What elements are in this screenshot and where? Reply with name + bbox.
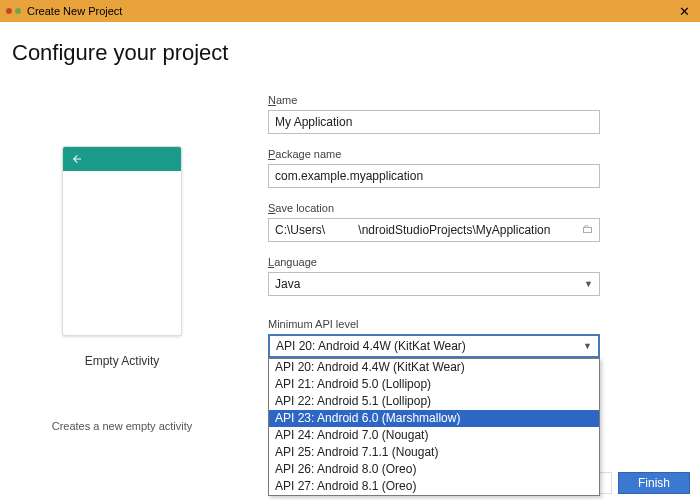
titlebar: Create New Project ✕ [0,0,700,22]
api-dropdown[interactable]: API 20: Android 4.4W (KitKat Wear)API 21… [268,358,600,496]
control-dot [6,8,12,14]
api-option[interactable]: API 21: Android 5.0 (Lollipop) [269,376,599,393]
api-value: API 20: Android 4.4W (KitKat Wear) [276,339,466,353]
finish-button[interactable]: Finish [618,472,690,494]
api-label: Minimum API level [268,318,674,330]
template-description: Creates a new empty activity [52,420,193,432]
save-location-label: Save location [268,202,674,214]
package-label: Package name [268,148,674,160]
window-title: Create New Project [27,5,675,17]
api-option[interactable]: API 24: Android 7.0 (Nougat) [269,427,599,444]
api-option[interactable]: API 22: Android 5.1 (Lollipop) [269,393,599,410]
api-option[interactable]: API 25: Android 7.1.1 (Nougat) [269,444,599,461]
language-value: Java [275,277,300,291]
package-input[interactable] [268,164,600,188]
language-select[interactable]: Java ▼ [268,272,600,296]
api-option[interactable]: API 27: Android 8.1 (Oreo) [269,478,599,495]
template-name: Empty Activity [85,354,160,368]
name-label: Name [268,94,674,106]
api-option[interactable]: API 26: Android 8.0 (Oreo) [269,461,599,478]
preview-appbar [63,147,181,171]
window-controls [6,8,21,14]
chevron-down-icon: ▼ [583,341,592,351]
language-label: Language [268,256,674,268]
folder-icon[interactable]: 🗀 [582,222,594,236]
name-input[interactable] [268,110,600,134]
page-title: Configure your project [12,40,674,66]
close-icon[interactable]: ✕ [675,4,694,19]
api-option[interactable]: API 23: Android 6.0 (Marshmallow) [269,410,599,427]
api-option[interactable]: API 20: Android 4.4W (KitKat Wear) [269,359,599,376]
chevron-down-icon: ▼ [584,279,593,289]
save-location-input[interactable] [268,218,600,242]
api-level-select[interactable]: API 20: Android 4.4W (KitKat Wear) ▼ [268,334,600,358]
back-arrow-icon [71,153,83,165]
template-preview [62,146,182,336]
control-dot [15,8,21,14]
